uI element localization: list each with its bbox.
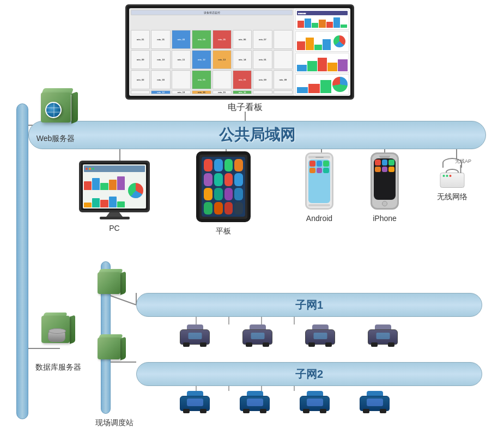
tablet-label: 平板 (216, 226, 231, 236)
screen-left: 设备状态监控 mts_01 mts_01 mts_03 mts_04 mts_0… (129, 8, 294, 96)
screen-cell: mts_13 (212, 50, 232, 69)
iphone-label: iPhone (373, 214, 397, 223)
iphone-app (382, 167, 388, 173)
pc-pie-chart (128, 183, 143, 198)
iphone-app (375, 167, 381, 173)
router-icon: 无线AP (436, 158, 469, 188)
bar (92, 198, 100, 207)
app-icon (214, 202, 223, 215)
agv-device-1 (180, 324, 210, 345)
pc-base (100, 217, 130, 219)
screen-cell: mts_05 (212, 30, 232, 49)
bar (117, 201, 125, 207)
screen-cell: mts_01 (131, 30, 150, 49)
screen-cell: mts_06 (233, 30, 252, 49)
iphone-app (382, 160, 388, 166)
small-server-body-1 (98, 272, 120, 294)
app-icon (234, 173, 243, 186)
app-icon (224, 159, 233, 171)
pc-screen (83, 164, 146, 209)
iphone-app (375, 160, 381, 166)
agv-wheel-l-5 (183, 409, 190, 413)
pc-pie-area (126, 173, 145, 207)
screen-cell (274, 30, 293, 49)
screen-cell: mts_01 (253, 50, 272, 69)
bar-chart-3 (297, 54, 348, 72)
db-server-body (41, 316, 70, 343)
bar (312, 23, 318, 27)
agv-wheel-l-7 (303, 409, 309, 413)
screen-cell: mts_12 (192, 50, 211, 69)
agv-wheel-r-7 (320, 409, 326, 413)
pc-btn-1 (86, 168, 88, 170)
small-server-side-1 (120, 271, 126, 295)
bar (333, 17, 340, 28)
agv-sensor-7 (307, 399, 323, 406)
bar (297, 21, 304, 27)
bar (323, 39, 331, 50)
globe-lon (53, 103, 54, 117)
screen-cell: mts_11 (172, 50, 191, 69)
screen-cell: mts_09 (274, 70, 293, 89)
agv-container-1 (180, 324, 398, 345)
small-server-body-2 (98, 338, 120, 359)
screen-cell (274, 90, 293, 94)
screen-right: ■■■■■■ (294, 8, 350, 96)
web-server-section: Web服务器 (28, 93, 83, 144)
bar (84, 203, 92, 207)
bar (117, 176, 125, 189)
public-lan: 公共局域网 (28, 121, 486, 149)
wireless-label: 无线网络 (437, 192, 467, 202)
app-icon (204, 202, 212, 215)
agv-sensor-3 (313, 333, 327, 339)
agv-wheel-r-4 (388, 342, 394, 347)
pc-label: PC (109, 224, 119, 232)
agv-device-8 (360, 391, 390, 411)
bar (314, 45, 323, 50)
iphone-section: iPhone (371, 152, 399, 223)
iphone-app (388, 160, 394, 166)
db-server-side (70, 315, 75, 344)
agv-wheel-r-5 (200, 409, 207, 413)
agv-wheel-r-3 (325, 342, 332, 347)
bar-chart (297, 16, 348, 28)
screen-cell: mts_03 (172, 30, 191, 49)
pc-bars-2 (84, 191, 125, 208)
app-icon (204, 173, 212, 186)
monitor-screen: 设备状态监控 mts_01 mts_01 mts_03 mts_04 mts_0… (129, 8, 350, 96)
subnet2-label: 子网2 (295, 367, 323, 382)
iphone-screen (374, 158, 396, 200)
bar (307, 61, 317, 71)
agv-body-7 (300, 396, 330, 411)
agv-sensor-2 (251, 333, 264, 339)
screen-cell: mts_14 (233, 50, 252, 69)
agv-device-2 (242, 324, 272, 345)
screen-cell (274, 50, 293, 69)
bar (318, 58, 327, 71)
agv-sensor-4 (376, 333, 390, 339)
agv-wheel-l-6 (243, 409, 250, 413)
agv-device-7 (300, 391, 330, 411)
electronic-board: 设备状态监控 mts_01 mts_01 mts_03 mts_04 mts_0… (125, 4, 365, 111)
screen-cell (253, 90, 272, 94)
agv-device-6 (240, 391, 270, 411)
app-icon (224, 188, 233, 200)
android-label: Android (306, 214, 332, 223)
pc-bars (84, 173, 125, 190)
agv-device-4 (368, 324, 398, 345)
agv-container-2 (180, 391, 390, 411)
chart-panel-1: ■■■■■■ (295, 9, 349, 30)
field-dispatch-label: 现场调度站 (84, 418, 144, 428)
bar-chart-4 (297, 76, 331, 93)
agv-wheel-l-4 (371, 342, 378, 347)
agv-body-4 (368, 329, 398, 345)
server-side (71, 91, 78, 124)
app-icon (234, 202, 243, 215)
bar (109, 180, 117, 189)
bar (100, 183, 108, 189)
bar (338, 59, 348, 71)
router-light-2 (446, 175, 448, 177)
chart-header: ■■■■■■ (297, 11, 348, 15)
bar (319, 20, 325, 28)
agv-sensor-1 (188, 333, 202, 339)
